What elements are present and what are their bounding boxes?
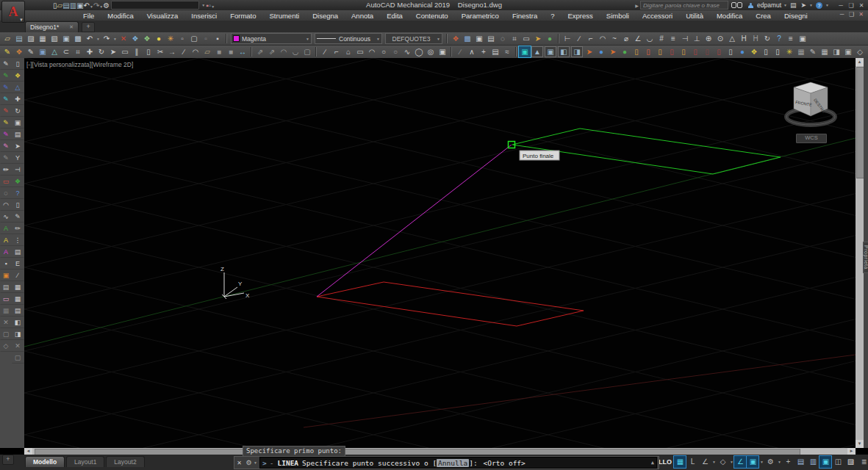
linetype-combo[interactable]: Continuous ▼ [315,33,382,44]
check-color-icon[interactable]: ❖ [12,176,24,187]
donut-icon[interactable]: ◎ [425,46,437,57]
menu--[interactable]: ? [544,11,561,21]
share-icon[interactable]: ➤ [801,1,807,9]
help-icon[interactable]: ? [773,33,785,44]
tab-close-icon[interactable]: ✕ [69,24,73,30]
erase-icon[interactable]: ✕ [118,33,129,44]
doc-close-button[interactable]: ✕ [856,11,866,18]
qdim-icon[interactable]: # [656,33,667,44]
slash-icon[interactable]: ∕ [12,270,24,281]
power-command-icon[interactable]: ➤ [532,33,544,44]
save-as-icon[interactable]: ▥ [70,1,76,10]
dim-angular-icon[interactable]: ∠ [632,33,644,44]
menu-disegni[interactable]: Disegni [778,11,814,21]
star-palette-icon[interactable]: ❖ [12,70,24,82]
text-green-icon[interactable]: A [0,223,12,234]
delete-dark-icon[interactable]: ✕ [0,317,12,328]
block-editor-icon[interactable]: ▣ [473,33,485,44]
plot-icon[interactable]: ▣ [60,33,72,44]
hatch-icon[interactable]: ⌗ [72,46,84,57]
e-doc-icon[interactable]: E [12,258,24,270]
dots-icon[interactable]: ⋮ [12,234,24,246]
named-view-1-icon[interactable]: ▯ [631,46,642,57]
layout-tab-layout1[interactable]: Layout1 [66,456,104,467]
redo-icon-dropdown-arrow[interactable]: ▼ [112,37,118,41]
command-close-icon[interactable]: ✕ [234,460,244,466]
restore-button[interactable]: ❑ [846,2,856,9]
construction-circle-icon[interactable]: ◌ [0,187,12,199]
dim-ordinate-icon[interactable]: ⌐ [585,33,597,44]
dim-jogged-icon[interactable]: ~ [609,33,620,44]
circle-icon[interactable]: ○ [378,46,390,57]
command-input[interactable]: > - LINEA Specificare punto successivo o… [259,457,657,469]
leader-b-icon[interactable]: ⇗ [266,46,278,57]
named-view-8-icon[interactable]: ▯ [713,46,725,57]
divide-icon[interactable]: ∕ [454,46,466,57]
text-yellow-icon[interactable]: A [0,234,12,246]
edit-poly-icon[interactable]: ✎ [807,46,819,57]
command-option-annulla[interactable]: Annulla [437,459,469,467]
named-view-5-icon[interactable]: ▯ [678,46,689,57]
menu-express[interactable]: Express [562,11,600,21]
autosnap-tracking-icon[interactable]: ∠ [734,456,746,468]
pink-rect-icon[interactable]: ▭ [0,293,12,305]
ellipse-icon[interactable]: ◯ [413,46,425,57]
line-icon[interactable]: ∕ [319,46,331,57]
grid-dark-icon[interactable]: ▦ [0,305,12,317]
ucs-right-icon[interactable]: ◨ [571,46,583,57]
named-view-7-icon[interactable]: ▯ [701,46,713,57]
close-button[interactable]: ✕ [856,2,867,9]
measure-pt-icon[interactable]: ∧ [466,46,478,57]
half-box-icon[interactable]: ◨ [831,46,842,57]
layer-properties-icon[interactable]: ❖ [129,33,141,44]
sketch-icon[interactable]: ✎ [1,46,13,57]
help-icon[interactable]: ? [816,2,822,9]
plot-preview-icon[interactable]: ▩ [72,33,84,44]
doc-minimize-button[interactable]: ─ [837,11,847,18]
polar-tracking-icon[interactable]: ∠ [699,456,711,468]
panel-toggle-icon[interactable]: ≡ [785,33,797,44]
workspace-dropdown[interactable] [111,1,199,10]
sync-arrows-icon[interactable]: ↔ [237,46,248,57]
view-send2-icon[interactable]: ➤ [607,46,619,57]
draw-dark-pencil-icon[interactable]: ✎ [0,152,12,164]
view-cube[interactable]: FRONTE DESTRA [786,82,835,125]
table-icon[interactable]: ▦ [819,46,831,57]
polar-tracking-icon-dropdown-arrow[interactable]: ▼ [711,460,717,464]
command-customize-arrow[interactable]: ▼ [254,460,258,465]
view-globe-b-icon[interactable]: ● [619,46,631,57]
menu-utilit-[interactable]: Utilità [679,11,710,21]
menu-crea[interactable]: Crea [749,11,778,21]
inspection-icon[interactable]: △ [726,33,738,44]
palette-box-icon[interactable]: ▣ [797,33,808,44]
orange-box-icon[interactable]: ▣ [0,270,12,281]
stamp-gray-icon[interactable]: ▤ [0,281,12,293]
fillet-icon[interactable]: ◠ [190,46,201,57]
layout-tab-layout2[interactable]: Layout2 [106,456,144,467]
isodraft-icon-dropdown-arrow[interactable]: ▼ [729,460,734,464]
image-icon[interactable]: ▣ [37,46,49,57]
dim-break-icon[interactable]: ⊥ [691,33,703,44]
wcs-button[interactable]: WCS [796,134,827,143]
pencil3-icon[interactable]: ✏ [12,223,24,234]
palette-icon[interactable]: ❖ [13,46,25,57]
close-dark-icon[interactable]: ✕ [12,340,24,352]
ucs-up-icon[interactable]: ▲ [531,46,543,57]
diamond-icon[interactable]: ◇ [854,46,866,57]
selection-cycling-icon[interactable]: + [782,456,794,468]
rotate-tool-icon[interactable]: ↻ [12,105,24,117]
revision-cloud-icon[interactable]: ◌ [497,33,509,44]
insert-block-icon[interactable]: ▣ [437,46,448,57]
menu-finestra[interactable]: Finestra [506,11,544,21]
polygon-icon[interactable]: ⌂ [342,46,354,57]
dim-arc-icon[interactable]: ◡ [644,33,656,44]
gear-icon-dropdown-arrow[interactable]: ▼ [777,460,782,464]
scroll-right-icon[interactable]: ► [847,448,856,455]
grid-icon[interactable]: ▦ [674,456,686,468]
triangle-blue-icon[interactable]: △ [12,82,24,93]
layer-on-icon[interactable]: ● [153,33,165,44]
table-a-icon[interactable]: ▦ [12,281,24,293]
arc-a-icon[interactable]: ◠ [278,46,290,57]
doc-icon[interactable]: ▤ [12,246,24,258]
viewport-controls-label[interactable]: [-][Vista personalizzata][Wireframe 2D] [26,61,133,68]
